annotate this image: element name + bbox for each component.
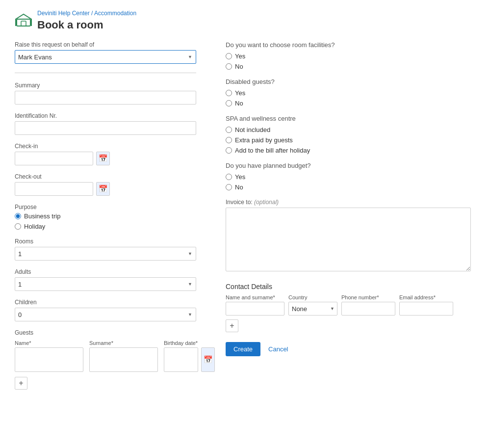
room-facilities-yes-radio[interactable] bbox=[226, 53, 232, 59]
add-contact-button[interactable]: + bbox=[226, 319, 238, 332]
budget-section: Do you have planned budget? Yes No bbox=[226, 162, 471, 191]
cancel-button[interactable]: Cancel bbox=[266, 342, 290, 356]
contact-country-col: Country None Poland Germany France UK US… bbox=[288, 294, 337, 316]
spa-section: SPA and wellness centre Not included Ext… bbox=[226, 115, 471, 154]
adults-select[interactable]: 12345 bbox=[15, 277, 196, 291]
purpose-holiday-radio[interactable] bbox=[15, 223, 21, 230]
country-select[interactable]: None Poland Germany France UK USA bbox=[288, 302, 337, 316]
left-column: Raise this request on behalf of Mark Eva… bbox=[15, 41, 196, 390]
checkout-wrapper: 📅 bbox=[15, 182, 196, 196]
disabled-guests-section: Disabled guests? Yes No bbox=[226, 78, 471, 107]
children-select[interactable]: 01234 bbox=[15, 308, 196, 321]
disabled-yes-label: Yes bbox=[235, 89, 245, 97]
spa-extra-paid-radio[interactable] bbox=[226, 137, 232, 143]
purpose-business-radio[interactable] bbox=[15, 213, 21, 219]
breadcrumb-help-center[interactable]: Deviniti Help Center bbox=[37, 10, 90, 17]
adults-select-wrapper: 12345 bbox=[15, 277, 196, 291]
room-facilities-no-radio[interactable] bbox=[226, 63, 232, 70]
budget-yes-radio[interactable] bbox=[226, 174, 232, 180]
id-nr-input[interactable] bbox=[15, 121, 196, 135]
contact-name-input[interactable] bbox=[226, 302, 284, 316]
spa-not-included-label: Not included bbox=[235, 126, 270, 133]
contact-email-col: Email address* bbox=[399, 294, 453, 316]
contact-email-input[interactable] bbox=[399, 302, 453, 316]
contact-details-label: Contact Details bbox=[226, 283, 471, 290]
checkin-calendar-icon[interactable]: 📅 bbox=[96, 152, 110, 165]
spa-extra-paid-item: Extra paid by guests bbox=[226, 136, 471, 144]
behalf-select[interactable]: Mark Evans bbox=[15, 50, 196, 64]
behalf-label: Raise this request on behalf of bbox=[15, 41, 196, 48]
adults-label: Adults bbox=[15, 268, 196, 275]
spa-add-to-bill-item: Add to the bill after holiday bbox=[226, 147, 471, 154]
checkout-section: Check-out 📅 bbox=[15, 173, 196, 196]
guests-section: Guests Name* Surname* Birthday date* 📅 bbox=[15, 329, 196, 390]
id-nr-section: Identification Nr. bbox=[15, 112, 196, 135]
contact-email-label: Email address* bbox=[399, 294, 453, 300]
summary-label: Summary bbox=[15, 82, 196, 89]
children-select-wrapper: 01234 bbox=[15, 308, 196, 321]
guest-birthday-calendar-icon[interactable]: 📅 bbox=[201, 347, 215, 372]
behalf-section: Raise this request on behalf of Mark Eva… bbox=[15, 41, 196, 64]
contact-grid: Name and surname* Country None Poland Ge… bbox=[226, 294, 471, 316]
disabled-no-radio[interactable] bbox=[226, 100, 232, 106]
rooms-section: Rooms 12345 bbox=[15, 238, 196, 261]
page-header: Deviniti Help Center / Accommodation Boo… bbox=[15, 10, 475, 31]
room-facilities-no-label: No bbox=[235, 63, 243, 70]
breadcrumb-accommodation[interactable]: Accommodation bbox=[94, 10, 136, 17]
invoice-label: Invoice to: (optional) bbox=[226, 199, 471, 206]
checkout-input[interactable] bbox=[15, 182, 93, 196]
spa-add-to-bill-radio[interactable] bbox=[226, 147, 232, 154]
guest-name-input[interactable] bbox=[15, 347, 83, 372]
adults-section: Adults 12345 bbox=[15, 268, 196, 291]
invoice-section: Invoice to: (optional) bbox=[226, 199, 471, 273]
invoice-textarea[interactable] bbox=[226, 208, 471, 271]
spa-not-included-radio[interactable] bbox=[226, 127, 232, 133]
page-title: Book a room bbox=[37, 19, 136, 31]
children-section: Children 01234 bbox=[15, 299, 196, 321]
breadcrumb: Deviniti Help Center / Accommodation bbox=[37, 10, 136, 17]
purpose-holiday-item: Holiday bbox=[15, 223, 196, 230]
budget-label: Do you have planned budget? bbox=[226, 162, 471, 169]
rooms-select-wrapper: 12345 bbox=[15, 247, 196, 261]
summary-section: Summary bbox=[15, 82, 196, 105]
spa-radio-group: Not included Extra paid by guests Add to… bbox=[226, 126, 471, 154]
guest-birthday-wrapper: 📅 bbox=[164, 347, 215, 372]
invoice-optional: (optional) bbox=[254, 199, 279, 206]
rooms-select[interactable]: 12345 bbox=[15, 247, 196, 261]
contact-phone-col: Phone number* bbox=[341, 294, 395, 316]
disabled-yes-radio[interactable] bbox=[226, 90, 232, 96]
purpose-business-item: Business trip bbox=[15, 212, 196, 220]
guest-birthday-label: Birthday date* bbox=[164, 340, 215, 346]
accommodation-icon bbox=[15, 11, 32, 30]
room-facilities-yes-item: Yes bbox=[226, 53, 471, 60]
rooms-label: Rooms bbox=[15, 238, 196, 245]
guest-surname-label: Surname* bbox=[89, 340, 158, 346]
spa-not-included-item: Not included bbox=[226, 126, 471, 133]
disabled-no-label: No bbox=[235, 100, 243, 107]
checkin-input[interactable] bbox=[15, 152, 93, 165]
children-label: Children bbox=[15, 299, 196, 306]
contact-name-label: Name and surname* bbox=[226, 294, 284, 300]
add-guest-button[interactable]: + bbox=[15, 377, 27, 390]
guest-name-col: Name* bbox=[15, 340, 83, 372]
budget-yes-item: Yes bbox=[226, 173, 471, 181]
room-facilities-no-item: No bbox=[226, 63, 471, 70]
guests-grid: Name* Surname* Birthday date* 📅 bbox=[15, 340, 196, 372]
budget-no-radio[interactable] bbox=[226, 184, 232, 190]
create-button[interactable]: Create bbox=[226, 342, 260, 356]
contact-phone-input[interactable] bbox=[341, 302, 395, 316]
contact-country-label: Country bbox=[288, 294, 337, 300]
svg-rect-0 bbox=[17, 19, 30, 26]
guest-surname-input[interactable] bbox=[89, 347, 158, 372]
disabled-no-item: No bbox=[226, 100, 471, 107]
right-column: Do you want to choose room facilities? Y… bbox=[226, 41, 471, 390]
spa-label: SPA and wellness centre bbox=[226, 115, 471, 122]
checkout-calendar-icon[interactable]: 📅 bbox=[96, 182, 110, 196]
disabled-guests-radio-group: Yes No bbox=[226, 89, 471, 107]
summary-input[interactable] bbox=[15, 91, 196, 105]
checkin-wrapper: 📅 bbox=[15, 152, 196, 165]
guest-birthday-input[interactable] bbox=[164, 347, 198, 372]
room-facilities-yes-label: Yes bbox=[235, 53, 245, 60]
checkout-label: Check-out bbox=[15, 173, 196, 180]
contact-phone-label: Phone number* bbox=[341, 294, 395, 300]
